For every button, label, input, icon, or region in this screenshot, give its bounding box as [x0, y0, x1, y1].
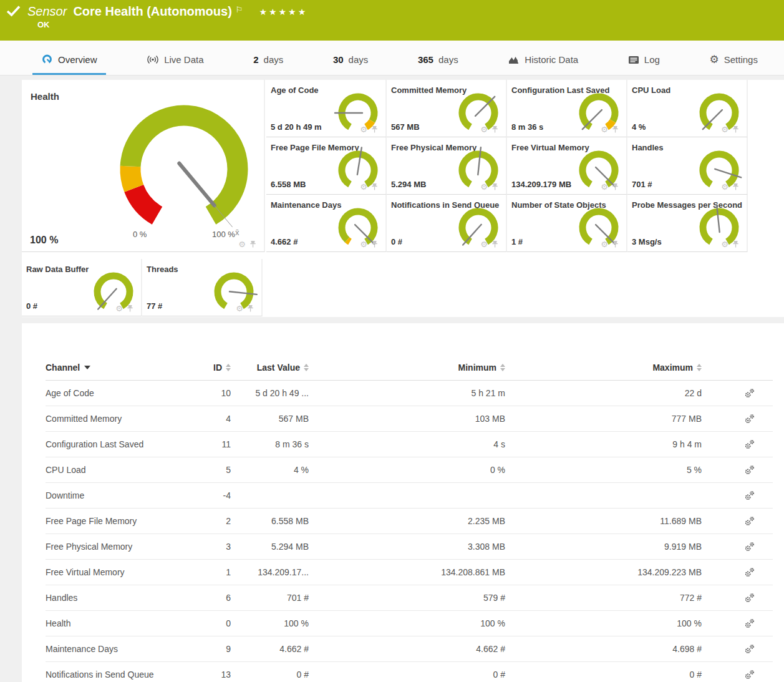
- gear-icon[interactable]: ⚙: [360, 241, 367, 248]
- gear-icon[interactable]: ⚙: [236, 305, 243, 313]
- edit-channel-icon[interactable]: [744, 388, 755, 399]
- gear-icon[interactable]: ⚙: [480, 126, 488, 134]
- gear-icon[interactable]: ⚙: [360, 126, 367, 134]
- edit-channel-icon[interactable]: [744, 414, 755, 424]
- priority-stars[interactable]: ★★★★★: [259, 7, 307, 17]
- pin-icon[interactable]: [249, 240, 256, 248]
- pin-icon[interactable]: [371, 125, 378, 134]
- table-row-committed-memory[interactable]: Committed Memory 4 567 MB 103 MB 777 MB: [46, 406, 773, 432]
- cell-maximum: 777 MB: [505, 414, 702, 424]
- gear-icon[interactable]: ⚙: [238, 241, 246, 248]
- pin-icon[interactable]: [491, 240, 498, 248]
- gauge-title: Handles: [632, 143, 664, 152]
- pin-icon[interactable]: [127, 304, 133, 313]
- pin-icon[interactable]: [732, 183, 739, 191]
- gear-icon[interactable]: ⚙: [360, 183, 367, 191]
- tab-365-days[interactable]: 365days: [409, 54, 467, 75]
- status-check-icon: [6, 5, 21, 19]
- gauge-value: 0 #: [391, 237, 402, 246]
- pin-icon[interactable]: [612, 240, 619, 248]
- gauge-value: 5.294 MB: [391, 180, 426, 189]
- tab-overview[interactable]: Overview: [32, 54, 106, 75]
- gauge-tile-handles: Handles 701 # ⚙: [627, 137, 748, 195]
- flag-icon[interactable]: ⚐: [236, 5, 243, 14]
- column-header-last-value[interactable]: Last Value: [231, 363, 309, 373]
- gauge-tile-probe-messages-per-second: Probe Messages per Second 3 Msg/s ⚙: [627, 195, 748, 252]
- gauge-tile-cpu-load: CPU Load 4 % ⚙: [627, 80, 748, 137]
- tab-2-days[interactable]: 2days: [244, 54, 292, 75]
- column-header-id[interactable]: ID: [189, 363, 231, 373]
- table-row-age-of-code[interactable]: Age of Code 10 5 d 20 h 49 ... 5 h 21 m …: [46, 381, 773, 406]
- table-row-health[interactable]: Health 0 100 % 100 % 100 %: [46, 611, 773, 636]
- pin-icon[interactable]: [612, 183, 619, 191]
- gauge-value: 1 #: [511, 237, 523, 246]
- table-row-free-physical-memory[interactable]: Free Physical Memory 3 5.294 MB 3.308 MB…: [46, 534, 773, 560]
- pin-icon[interactable]: [491, 125, 498, 134]
- gauge-value: 0 #: [26, 301, 37, 311]
- tab-label: days: [349, 54, 369, 65]
- cell-minimum: 103 MB: [309, 414, 505, 424]
- edit-channel-icon[interactable]: [744, 465, 755, 475]
- tab-settings[interactable]: ⚙Settings: [701, 54, 767, 75]
- cell-channel: Committed Memory: [46, 414, 189, 424]
- edit-channel-icon[interactable]: [744, 439, 755, 450]
- table-row-configuration-last-saved[interactable]: Configuration Last Saved 11 8 m 36 s 4 s…: [46, 432, 773, 457]
- tab-30-days[interactable]: 30days: [324, 54, 377, 75]
- table-row-downtime[interactable]: Downtime -4: [46, 483, 773, 509]
- table-row-notifications-in-send-queue[interactable]: Notifications in Send Queue 13 0 # 0 # 0…: [46, 662, 773, 682]
- pin-icon[interactable]: [247, 304, 254, 313]
- gear-icon[interactable]: ⚙: [721, 241, 728, 248]
- cell-last-value: 100 %: [231, 618, 309, 628]
- edit-channel-icon[interactable]: [744, 670, 755, 680]
- pin-icon[interactable]: [371, 240, 378, 248]
- cell-channel: Maintenance Days: [46, 644, 189, 654]
- tab-number: 2: [253, 54, 258, 65]
- gear-icon[interactable]: ⚙: [480, 183, 488, 191]
- cell-maximum: 100 %: [505, 618, 702, 628]
- cell-id: -4: [189, 490, 231, 500]
- gear-icon[interactable]: ⚙: [601, 183, 608, 191]
- gear-icon[interactable]: ⚙: [601, 126, 608, 134]
- table-row-free-page-file-memory[interactable]: Free Page File Memory 2 6.558 MB 2.235 M…: [46, 509, 773, 534]
- edit-channel-icon[interactable]: [744, 644, 755, 655]
- edit-channel-icon[interactable]: [744, 593, 755, 603]
- gear-icon[interactable]: ⚙: [480, 241, 488, 248]
- gauge-title: Threads: [147, 265, 178, 274]
- edit-channel-icon[interactable]: [744, 516, 755, 527]
- mean-marker: x̄: [235, 228, 240, 237]
- column-header-channel[interactable]: Channel: [46, 363, 189, 373]
- cell-id: 13: [189, 670, 231, 680]
- gear-icon[interactable]: ⚙: [721, 183, 728, 191]
- gear-icon[interactable]: ⚙: [115, 305, 123, 313]
- gear-icon[interactable]: ⚙: [601, 241, 608, 248]
- tab-historic-data[interactable]: Historic Data: [499, 54, 587, 75]
- table-row-maintenance-days[interactable]: Maintenance Days 9 4.662 # 4.662 # 4.698…: [46, 636, 773, 662]
- tab-live-data[interactable]: Live Data: [138, 54, 212, 75]
- table-row-free-virtual-memory[interactable]: Free Virtual Memory 1 134.209.17... 134.…: [46, 560, 773, 585]
- table-row-handles[interactable]: Handles 6 701 # 579 # 772 #: [46, 585, 773, 611]
- sensor-header: Sensor Core Health (Autonomous) ⚐ ★★★★★ …: [0, 0, 784, 41]
- tab-log[interactable]: Log: [619, 54, 669, 75]
- edit-channel-icon[interactable]: [744, 490, 755, 501]
- cell-id: 11: [189, 439, 231, 449]
- gear-icon[interactable]: ⚙: [721, 126, 728, 134]
- edit-channel-icon[interactable]: [744, 542, 755, 552]
- live-data-icon: [147, 55, 159, 64]
- pin-icon[interactable]: [371, 183, 378, 191]
- gauge-tile-free-physical-memory: Free Physical Memory 5.294 MB ⚙: [387, 137, 507, 195]
- pin-icon[interactable]: [732, 240, 739, 248]
- cell-id: 3: [189, 542, 231, 552]
- column-header-maximum[interactable]: Maximum: [505, 363, 702, 373]
- column-header-minimum[interactable]: Minimum: [309, 363, 505, 373]
- gauge-title: Health: [31, 91, 59, 102]
- cell-maximum: 9 h 4 m: [505, 439, 702, 449]
- edit-channel-icon[interactable]: [744, 618, 755, 629]
- channels-panel: Channel ID Last Value Minimum Maximum Ag…: [22, 323, 784, 682]
- cell-minimum: 100 %: [309, 618, 505, 628]
- table-row-cpu-load[interactable]: CPU Load 5 4 % 0 % 5 %: [46, 457, 773, 483]
- gauges-panel: Health x̄ 0 % 100 % 100 % ⚙ Age of Code …: [22, 80, 784, 317]
- edit-channel-icon[interactable]: [744, 567, 755, 578]
- pin-icon[interactable]: [732, 125, 739, 134]
- pin-icon[interactable]: [612, 125, 619, 134]
- pin-icon[interactable]: [491, 183, 498, 191]
